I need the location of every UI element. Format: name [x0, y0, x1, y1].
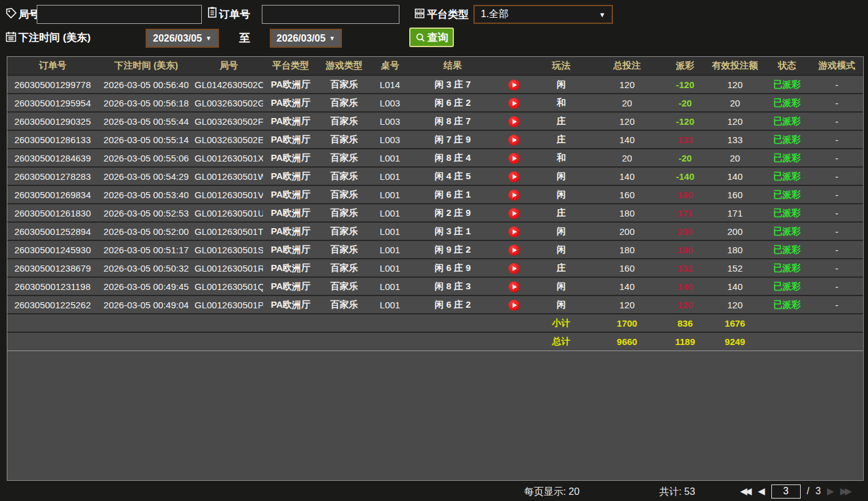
table-row: 2603050012959542026-03-05 00:56:18GL0032…	[7, 94, 863, 112]
cell-table_no: L001	[370, 167, 410, 185]
date-range-to-label: 至	[239, 31, 250, 45]
column-header-total_bet: 总投注	[590, 57, 664, 75]
cell-play_method: 闲	[532, 295, 590, 314]
replay-video-button[interactable]	[508, 281, 520, 292]
cell-payout: 120	[664, 295, 707, 314]
replay-video-button[interactable]	[508, 226, 520, 237]
cell-bet_time: 2026-03-05 00:52:00	[98, 222, 195, 240]
cell-status: 已派彩	[763, 130, 811, 149]
total-pages: 3	[815, 486, 821, 497]
subtotal-result	[410, 314, 495, 332]
order-input[interactable]	[262, 5, 399, 24]
cell-table_no: L001	[370, 222, 410, 240]
platform-select[interactable]: 1.全部 ▼	[473, 5, 613, 24]
cell-payout: 160	[664, 185, 707, 204]
cell-bet_time: 2026-03-05 00:56:18	[98, 94, 195, 112]
replay-video-button[interactable]	[508, 190, 520, 201]
cell-payout: 140	[664, 277, 707, 295]
cell-play_method: 闲	[532, 222, 590, 240]
platform-label: 平台类型	[427, 7, 469, 21]
cell-order_no: 260305001261830	[7, 204, 98, 222]
subtotal-round_no	[195, 314, 263, 332]
cell-payout: 180	[664, 240, 707, 259]
cell-game_type: 百家乐	[318, 94, 370, 112]
cell-order_no: 260305001231198	[7, 277, 98, 295]
cell-round_no: GL0012630501U	[195, 204, 263, 222]
cell-play_icon	[495, 149, 532, 167]
cell-game_type: 百家乐	[318, 112, 370, 130]
cell-order_no: 260305001252894	[7, 222, 98, 240]
cell-valid_bet: 20	[707, 149, 763, 167]
replay-video-button[interactable]	[508, 263, 520, 274]
cell-game_type: 百家乐	[318, 240, 370, 259]
cell-order_no: 260305001245930	[7, 240, 98, 259]
search-button-label: 查询	[428, 31, 448, 45]
column-header-platform: 平台类型	[263, 57, 318, 75]
last-page-icon[interactable]: ▶▶	[840, 486, 852, 497]
search-button[interactable]: 查询	[409, 28, 454, 47]
subtotal-play_method: 小计	[532, 314, 590, 332]
column-header-table_no: 桌号	[370, 57, 410, 75]
cell-result: 闲 3 庄 7	[410, 75, 495, 94]
play-icon	[513, 193, 517, 198]
cell-game_mode: -	[811, 130, 863, 149]
replay-video-button[interactable]	[508, 208, 520, 219]
column-header-game_mode: 游戏模式	[811, 57, 863, 75]
date-from-picker[interactable]: 2026/03/05 ▼	[146, 29, 219, 48]
subtotal-total_bet: 1700	[590, 314, 664, 332]
order-label: 订单号	[219, 7, 250, 21]
play-icon	[513, 119, 517, 124]
date-to-picker[interactable]: 2026/03/05 ▼	[270, 29, 342, 48]
play-icon	[513, 174, 517, 179]
table-row: 2603050012386792026-03-05 00:50:32GL0012…	[7, 259, 863, 277]
page-number-input[interactable]	[771, 484, 801, 499]
cell-platform: PA欧洲厅	[263, 259, 318, 277]
cell-order_no: 260305001290325	[7, 112, 98, 130]
subtotal-game_mode	[811, 314, 863, 332]
table-row: 2603050012903252026-03-05 00:55:44GL0032…	[7, 112, 863, 130]
play-icon	[513, 83, 517, 87]
replay-video-button[interactable]	[508, 135, 520, 146]
cell-order_no: 260305001284639	[7, 149, 98, 167]
next-page-icon[interactable]: ▶	[827, 486, 834, 497]
column-header-play_method: 玩法	[532, 57, 590, 75]
replay-video-button[interactable]	[508, 116, 520, 127]
prev-page-icon[interactable]: ◀	[758, 486, 765, 497]
cell-status: 已派彩	[763, 240, 811, 259]
per-page-display: 每页显示: 20	[524, 486, 580, 499]
cell-play_method: 闲	[532, 75, 590, 94]
subtotal-row: 小计17008361676	[7, 314, 863, 332]
cell-game_type: 百家乐	[318, 259, 370, 277]
replay-video-button[interactable]	[508, 245, 520, 256]
cell-bet_time: 2026-03-05 00:55:44	[98, 112, 195, 130]
table-row: 2603050012528942026-03-05 00:52:00GL0012…	[7, 222, 863, 240]
cell-platform: PA欧洲厅	[263, 112, 318, 130]
cell-valid_bet: 160	[707, 185, 763, 204]
cell-play_icon	[495, 204, 532, 222]
cell-valid_bet: 200	[707, 222, 763, 240]
round-input[interactable]	[37, 5, 202, 24]
cell-game_type: 百家乐	[318, 167, 370, 185]
cell-platform: PA欧洲厅	[263, 167, 318, 185]
table-row: 2603050012618302026-03-05 00:52:53GL0012…	[7, 204, 863, 222]
subtotal-status	[763, 314, 811, 332]
chevron-down-icon: ▼	[329, 35, 335, 42]
cell-play_icon	[495, 167, 532, 185]
replay-video-button[interactable]	[508, 98, 520, 109]
cell-round_no: GL0012630501W	[195, 167, 263, 185]
cell-status: 已派彩	[763, 204, 811, 222]
replay-video-button[interactable]	[508, 80, 520, 91]
replay-video-button[interactable]	[508, 153, 520, 164]
cell-result: 闲 6 庄 1	[410, 185, 495, 204]
cell-status: 已派彩	[763, 112, 811, 130]
cell-round_no: GL0012630501X	[195, 149, 263, 167]
table-row: 2603050012861332026-03-05 00:55:14GL0032…	[7, 130, 863, 149]
cell-play_method: 和	[532, 149, 590, 167]
total-platform	[263, 332, 318, 351]
first-page-icon[interactable]: ◀◀	[740, 486, 752, 497]
cell-status: 已派彩	[763, 295, 811, 314]
replay-video-button[interactable]	[508, 300, 520, 311]
total-play_method: 总计	[532, 332, 590, 351]
cell-round_no: GL0012630501V	[195, 185, 263, 204]
replay-video-button[interactable]	[508, 171, 520, 182]
